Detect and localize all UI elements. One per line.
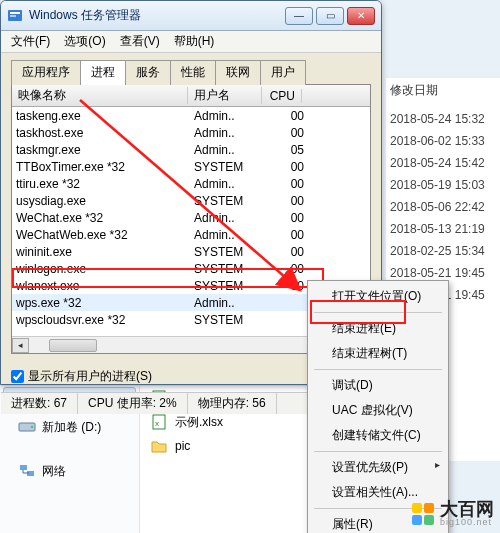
proc-user: SYSTEM	[194, 313, 268, 327]
table-row[interactable]: taskeng.exeAdmin..00	[12, 107, 370, 124]
svg-rect-7	[20, 465, 27, 470]
proc-cpu: 00	[268, 109, 304, 123]
show-all-users-check[interactable]: 显示所有用户的进程(S)	[11, 368, 152, 385]
tree-label: 网络	[42, 463, 66, 480]
proc-cpu: 00	[268, 245, 304, 259]
col-image-name[interactable]: 映像名称	[12, 87, 188, 104]
proc-cpu: 00	[268, 228, 304, 242]
table-row[interactable]: taskmgr.exeAdmin..05	[12, 141, 370, 158]
menu-view[interactable]: 查看(V)	[114, 31, 166, 52]
svg-text:x: x	[155, 419, 159, 428]
proc-user: Admin..	[194, 143, 268, 157]
col-user[interactable]: 用户名	[188, 87, 262, 104]
ctx-end-process-tree[interactable]: 结束进程树(T)	[310, 341, 446, 366]
date-value: 2018-05-06 22:42	[386, 197, 500, 219]
date-value: 2018-02-25 15:34	[386, 241, 500, 263]
drive-icon	[18, 418, 36, 436]
date-value: 2018-05-19 15:03	[386, 175, 500, 197]
ctx-separator	[314, 369, 442, 370]
table-row[interactable]: WeChat.exe *32Admin..00	[12, 209, 370, 226]
svg-rect-1	[10, 12, 20, 14]
date-value: 2018-05-13 21:19	[386, 219, 500, 241]
folder-icon	[150, 437, 168, 455]
xlsx-icon: x	[150, 413, 168, 431]
proc-name: usysdiag.exe	[16, 194, 194, 208]
table-row[interactable]: ttiru.exe *32Admin..00	[12, 175, 370, 192]
proc-cpu: 05	[268, 143, 304, 157]
proc-name: ttiru.exe *32	[16, 177, 194, 191]
table-row[interactable]: WeChatWeb.exe *32Admin..00	[12, 226, 370, 243]
proc-user: Admin..	[194, 177, 268, 191]
tree-network[interactable]: 网络	[0, 458, 139, 484]
table-row[interactable]: taskhost.exeAdmin..00	[12, 124, 370, 141]
proc-user: SYSTEM	[194, 245, 268, 259]
column-headers: 映像名称 用户名 CPU	[12, 85, 370, 107]
col-cpu[interactable]: CPU	[262, 89, 302, 103]
svg-point-6	[31, 426, 34, 429]
table-row[interactable]: usysdiag.exeSYSTEM00	[12, 192, 370, 209]
tree-label: 新加卷 (D:)	[42, 419, 101, 436]
proc-name: taskhost.exe	[16, 126, 194, 140]
proc-cpu: 00	[268, 194, 304, 208]
show-all-users-label: 显示所有用户的进程(S)	[28, 368, 152, 385]
proc-cpu: 00	[268, 211, 304, 225]
ctx-create-dump[interactable]: 创建转储文件(C)	[310, 423, 446, 448]
proc-cpu: 00	[268, 126, 304, 140]
logo-icon	[412, 503, 434, 525]
proc-name: WeChat.exe *32	[16, 211, 194, 225]
menu-options[interactable]: 选项(O)	[58, 31, 111, 52]
ctx-debug[interactable]: 调试(D)	[310, 373, 446, 398]
annotation-highlight-end	[310, 300, 406, 324]
file-label: pic	[175, 439, 190, 453]
scroll-thumb[interactable]	[49, 339, 97, 352]
proc-user: Admin..	[194, 109, 268, 123]
maximize-button[interactable]: ▭	[316, 7, 344, 25]
status-cpu: CPU 使用率: 2%	[78, 393, 188, 414]
minimize-button[interactable]: —	[285, 7, 313, 25]
tab-users[interactable]: 用户	[260, 60, 306, 85]
tab-services[interactable]: 服务	[125, 60, 171, 85]
proc-name: taskeng.exe	[16, 109, 194, 123]
proc-cpu: 00	[268, 160, 304, 174]
proc-name: taskmgr.exe	[16, 143, 194, 157]
menu-help[interactable]: 帮助(H)	[168, 31, 221, 52]
logo-text-en: big100.net	[440, 518, 494, 527]
titlebar[interactable]: Windows 任务管理器 — ▭ ✕	[1, 1, 381, 31]
proc-name: wininit.exe	[16, 245, 194, 259]
file-label: 示例.xlsx	[175, 414, 223, 431]
ctx-set-priority[interactable]: 设置优先级(P)	[310, 455, 446, 480]
tab-network[interactable]: 联网	[215, 60, 261, 85]
proc-user: Admin..	[194, 211, 268, 225]
proc-name: TTBoxTimer.exe *32	[16, 160, 194, 174]
dates-header[interactable]: 修改日期	[386, 78, 500, 109]
proc-name: wps.exe *32	[16, 296, 194, 310]
proc-name: WeChatWeb.exe *32	[16, 228, 194, 242]
watermark-logo: 大百网 big100.net	[412, 500, 494, 527]
table-row[interactable]: wininit.exeSYSTEM00	[12, 243, 370, 260]
ctx-separator	[314, 451, 442, 452]
proc-cpu: 00	[268, 177, 304, 191]
window-title: Windows 任务管理器	[29, 7, 285, 24]
date-value: 2018-05-24 15:42	[386, 153, 500, 175]
show-all-users-checkbox[interactable]	[11, 370, 24, 383]
proc-user: Admin..	[194, 228, 268, 242]
tab-processes[interactable]: 进程	[80, 60, 126, 85]
menubar: 文件(F) 选项(O) 查看(V) 帮助(H)	[1, 31, 381, 53]
close-button[interactable]: ✕	[347, 7, 375, 25]
menu-file[interactable]: 文件(F)	[5, 31, 56, 52]
scroll-left-arrow[interactable]: ◂	[12, 338, 29, 353]
proc-user: SYSTEM	[194, 160, 268, 174]
logo-text-cn: 大百网	[440, 500, 494, 518]
tree-d-drive[interactable]: 新加卷 (D:)	[0, 414, 139, 440]
status-mem: 物理内存: 56	[188, 393, 277, 414]
ctx-uac[interactable]: UAC 虚拟化(V)	[310, 398, 446, 423]
tabstrip: 应用程序 进程 服务 性能 联网 用户	[11, 59, 375, 84]
network-icon	[18, 462, 36, 480]
tab-performance[interactable]: 性能	[170, 60, 216, 85]
tab-applications[interactable]: 应用程序	[11, 60, 81, 85]
proc-user: Admin..	[194, 126, 268, 140]
date-value: 2018-06-02 15:33	[386, 131, 500, 153]
date-value: 2018-05-24 15:32	[386, 109, 500, 131]
table-row[interactable]: TTBoxTimer.exe *32SYSTEM00	[12, 158, 370, 175]
proc-user: SYSTEM	[194, 194, 268, 208]
